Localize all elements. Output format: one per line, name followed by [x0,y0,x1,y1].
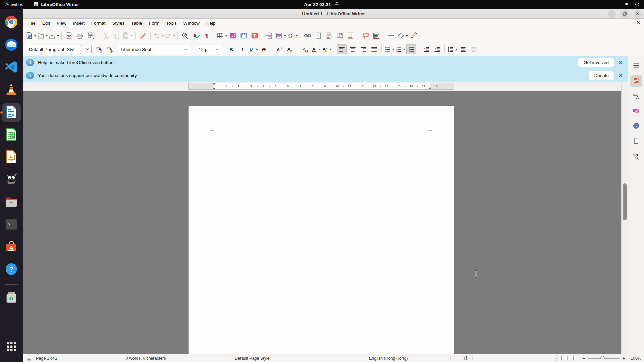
subscript-button[interactable]: AB [284,44,294,54]
close-button[interactable]: ✕ [634,10,641,18]
dock-item-chrome[interactable] [2,13,21,32]
insert-table-button[interactable] [217,31,227,41]
formatting-marks-button[interactable]: ¶ [202,31,212,41]
menu-file[interactable]: File [25,19,39,28]
close-icon[interactable]: ✕ [618,72,623,79]
word-count-status[interactable]: 0 words, 0 characters [126,354,166,362]
underline-dropdown-arrow[interactable] [256,49,258,51]
new-style-button[interactable]: A [105,44,115,54]
minimize-button[interactable]: ─ [608,10,616,18]
line-spacing-button[interactable] [447,44,458,54]
chevron-down-icon[interactable] [184,47,188,51]
insert-chart-button[interactable] [239,31,249,41]
close-document-icon[interactable]: ✕ [636,20,641,25]
clone-formatting-button[interactable] [138,31,148,41]
dock-item-calc[interactable] [2,126,21,144]
decrease-indent-button[interactable] [432,44,442,54]
dock-item-terminal[interactable]: >_ [2,216,21,234]
sidebar-tab-sidebar-settings[interactable] [630,60,642,72]
align-right-button[interactable] [358,44,368,54]
multi-page-view-icon[interactable] [561,355,568,362]
sidebar-tab-styles[interactable]: A [630,90,642,102]
line-spacing-dropdown-arrow[interactable] [455,49,458,51]
menu-format[interactable]: Format [88,19,109,28]
track-changes-button[interactable] [371,31,381,41]
find-replace-button[interactable] [180,31,190,41]
horizontal-ruler[interactable]: 123456789101112131415161718 [188,83,454,90]
close-icon[interactable]: ✕ [618,59,623,66]
no-list-button[interactable] [406,44,416,54]
bullet-list-dropdown-arrow[interactable] [392,49,394,51]
menu-edit[interactable]: Edit [39,19,53,28]
strikethrough-button[interactable]: S [259,44,269,54]
document-page[interactable] [188,106,454,354]
dock-item-trash[interactable]: ♻ [2,289,21,307]
align-justify-button[interactable] [369,44,379,54]
dock-item-thunderbird[interactable] [2,36,21,55]
sidebar-tab-properties[interactable] [630,75,642,87]
page-style-status[interactable]: Default Page Style [235,354,270,362]
volume-icon[interactable] [624,1,630,8]
page-break-button[interactable] [265,31,275,41]
menu-help[interactable]: Help [203,19,219,28]
underline-button[interactable]: U [248,44,258,54]
draw-functions-button[interactable] [409,31,419,41]
dock-item-app-grid[interactable] [2,338,21,357]
insert-field-dropdown-arrow[interactable] [284,35,286,38]
menu-table[interactable]: Table [128,19,145,28]
vertical-scrollbar[interactable] [621,82,628,354]
insert-table-dropdown-arrow[interactable] [225,35,227,38]
font-color-button[interactable]: A [310,44,321,54]
unsaved-changes-icon[interactable] [26,354,32,362]
superscript-button[interactable]: AB [274,44,284,54]
clear-formatting-button[interactable]: A [300,44,310,54]
zoom-percent-label[interactable]: 100% [631,354,641,362]
print-preview-button[interactable] [86,31,96,41]
tab-stop-indicator[interactable] [25,84,28,87]
language-status[interactable]: English (Hong Kong) [369,354,408,362]
power-icon[interactable] [634,1,640,8]
zoom-slider-track[interactable] [588,358,620,359]
align-center-button[interactable] [347,44,358,54]
open-folder-button[interactable] [37,31,48,41]
book-view-icon[interactable] [570,355,577,362]
save-dropdown-arrow[interactable] [57,35,59,38]
zoom-slider-knob[interactable] [600,356,605,360]
italic-button[interactable]: I [237,44,247,54]
open-folder-dropdown-arrow[interactable] [46,35,48,38]
dock-item-vlc[interactable] [2,81,21,100]
font-name-combo[interactable]: Liberation Serif [118,45,191,54]
print-button[interactable] [75,31,85,41]
basic-shapes-dropdown-arrow[interactable] [406,35,408,38]
highlight-color-button[interactable]: A [321,44,332,54]
document-workspace[interactable] [23,90,621,354]
basic-shapes-button[interactable] [397,31,408,41]
dock-item-help[interactable]: ? [2,260,21,279]
sidebar-tab-navigator[interactable] [630,120,642,132]
zoom-in-icon[interactable]: + [622,356,625,361]
sidebar-tab-style-inspector[interactable]: A [630,150,642,163]
hyperlink-button[interactable] [303,31,313,41]
zoom-out-icon[interactable]: − [582,356,585,361]
dock-item-gimp[interactable] [2,171,21,189]
para-spacing-increase-button[interactable] [458,44,468,54]
special-char-button[interactable]: Ω [287,31,298,41]
sidebar-tab-page-panel[interactable] [630,135,642,147]
sidebar-tab-gallery[interactable] [630,105,642,117]
spelling-button[interactable]: A [191,31,201,41]
font-color-dropdown-arrow[interactable] [319,49,321,51]
highlight-color-dropdown-arrow[interactable] [330,49,332,51]
focused-app-menu[interactable]: LibreOffice Writer [33,2,79,8]
chevron-down-icon[interactable] [215,47,219,51]
bold-button[interactable]: B [226,44,236,54]
font-size-combo[interactable]: 12 pt [196,45,222,54]
update-style-button[interactable]: A [94,44,104,54]
menu-styles[interactable]: Styles [109,19,128,28]
scrollbar-thumb[interactable] [623,183,627,220]
activities-button[interactable]: Activities [5,2,23,7]
horizontal-line-button[interactable] [386,31,396,41]
numbered-list-dropdown-arrow[interactable] [404,49,406,51]
dock-item-vscode[interactable] [2,58,21,77]
insert-image-button[interactable] [228,31,238,41]
menu-view[interactable]: View [53,19,70,28]
